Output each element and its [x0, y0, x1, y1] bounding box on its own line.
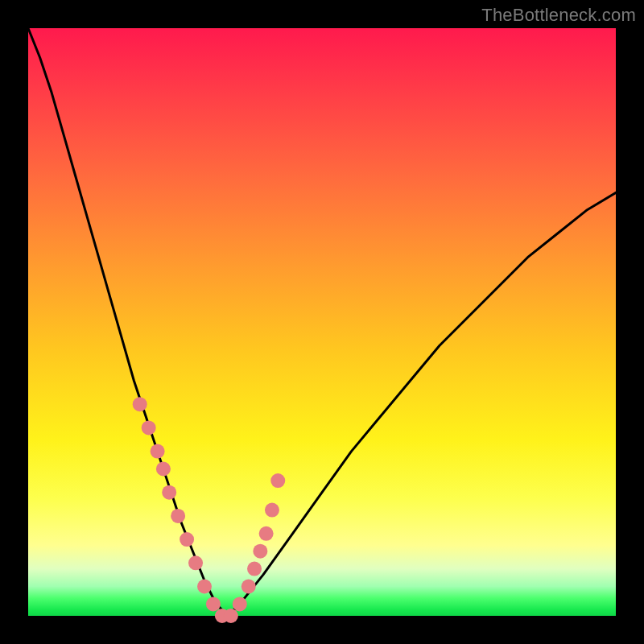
marker-point — [253, 544, 267, 559]
marker-point — [259, 526, 274, 541]
marker-point — [270, 473, 285, 488]
chart-frame: TheBottleneck.com — [0, 0, 644, 644]
chart-svg — [28, 28, 616, 616]
marker-point — [197, 580, 212, 594]
marker-point — [180, 532, 194, 547]
curve-layer — [28, 28, 616, 616]
marker-point — [151, 444, 165, 459]
marker-point — [242, 580, 256, 594]
marker-point — [162, 485, 176, 500]
marker-point — [156, 462, 171, 477]
marker-point — [247, 562, 262, 576]
marker-point — [171, 509, 185, 523]
marker-point — [233, 597, 247, 611]
marker-point — [224, 609, 238, 623]
marker-point — [142, 420, 156, 435]
watermark-text: TheBottleneck.com — [481, 5, 636, 26]
markers-layer — [133, 397, 286, 623]
plot-area — [28, 28, 616, 616]
marker-point — [133, 397, 147, 411]
marker-point — [188, 555, 203, 570]
marker-point — [206, 597, 221, 611]
bottleneck-curve — [28, 28, 616, 616]
marker-point — [265, 503, 279, 518]
